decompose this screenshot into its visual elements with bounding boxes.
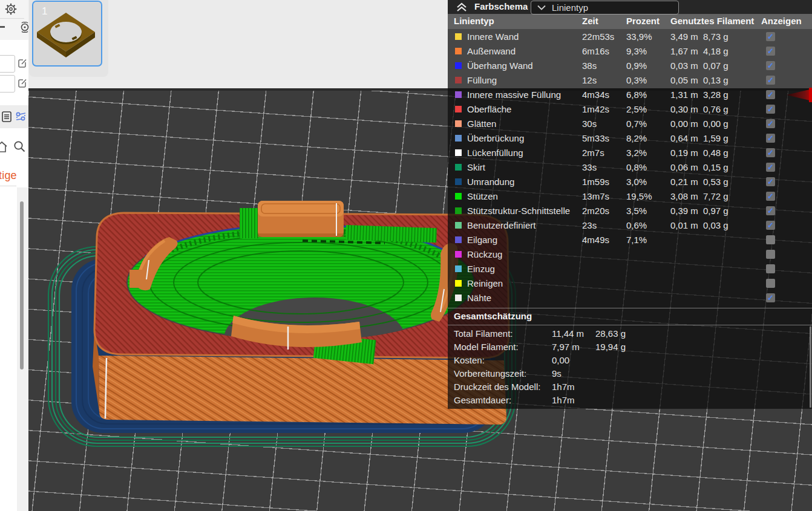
linetype-row[interactable]: Glätten 30s 0,7% 0,00 m 0,00 g ✓ (448, 116, 812, 131)
linetype-color-swatch (455, 149, 462, 156)
linetype-label: Benutzerdefiniert (467, 220, 582, 230)
linetype-row[interactable]: Oberfläche 1m42s 2,5% 0,30 m 0,76 g ✓ (448, 102, 812, 116)
linetype-row[interactable]: Einzug ✓ (448, 261, 812, 276)
divider (0, 186, 16, 186)
linetype-color-swatch (455, 178, 462, 185)
visibility-checkbox[interactable]: ✓ (766, 105, 775, 114)
linetype-row[interactable]: Überhang Wand 38s 0,9% 0,03 m 0,07 g ✓ (448, 58, 812, 73)
linetype-row[interactable]: Eilgang 4m49s 7,1% ✓ (448, 232, 812, 247)
linetype-weight: 0,97 g (703, 206, 765, 216)
col-filament: Genutztes Filament (670, 16, 754, 26)
linetype-label: Rückzug (467, 249, 582, 259)
layer-slider-handle[interactable] (787, 87, 812, 103)
linetype-length: 0,06 m (670, 162, 703, 172)
chevron-down-icon (537, 5, 546, 10)
filament-spool-icon[interactable] (19, 21, 30, 33)
visibility-checkbox[interactable]: ✓ (766, 47, 775, 56)
summary-label: Kosten: (454, 355, 552, 365)
visibility-checkbox[interactable]: ✓ (766, 177, 775, 186)
visibility-checkbox[interactable]: ✓ (766, 163, 775, 172)
divider (0, 18, 24, 19)
linetype-length: 3,08 m (670, 191, 703, 201)
panel-scrollbar[interactable] (810, 327, 811, 408)
linetype-percent: 33,9% (626, 31, 670, 42)
table-header: Linientyp Zeit Prozent Genutztes Filamen… (448, 14, 812, 29)
linetype-row[interactable]: Innere massive Füllung 4m34s 6,8% 1,31 m… (448, 87, 812, 102)
visibility-checkbox[interactable]: ✓ (766, 192, 775, 201)
visibility-checkbox[interactable]: ✓ (766, 250, 775, 259)
visibility-checkbox[interactable]: ✓ (766, 206, 775, 215)
linetype-row[interactable]: Füllung 12s 0,3% 0,05 m 0,13 g ✓ (448, 73, 812, 87)
linetype-weight: 0,13 g (703, 75, 765, 85)
minus-icon[interactable] (0, 26, 5, 28)
visibility-checkbox[interactable]: ✓ (766, 235, 775, 244)
process-params-icon[interactable] (15, 111, 27, 123)
linetype-weight: 0,07 g (703, 60, 765, 71)
edit-icon[interactable] (18, 58, 28, 68)
gear-icon[interactable] (4, 2, 18, 16)
linetype-row[interactable]: Lückenfüllung 2m7s 3,2% 0,19 m 0,48 g ✓ (448, 145, 812, 160)
visibility-checkbox[interactable]: ✓ (766, 90, 775, 99)
linetype-length: 3,49 m (670, 31, 703, 42)
linetype-row[interactable]: Innere Wand 22m53s 33,9% 3,49 m 8,73 g ✓ (448, 29, 812, 44)
linetype-label: Lückenfüllung (467, 148, 582, 158)
linetype-label: Stützstruktur-Schnittstelle (467, 206, 582, 216)
preset-field[interactable] (0, 75, 15, 93)
linetype-row[interactable]: Benutzerdefiniert 23s 0,6% 0,01 m 0,03 g… (448, 218, 812, 232)
linetype-label: Skirt (467, 162, 582, 172)
edit-icon[interactable] (18, 78, 28, 88)
visibility-checkbox[interactable]: ✓ (766, 148, 775, 157)
visibility-checkbox[interactable]: ✓ (766, 32, 775, 41)
linetype-row[interactable]: Umrandung 1m59s 3,0% 0,21 m 0,53 g ✓ (448, 174, 812, 189)
visibility-checkbox[interactable]: ✓ (766, 293, 775, 302)
document-list-icon[interactable] (1, 111, 12, 123)
linetype-row[interactable]: Rückzug ✓ (448, 247, 812, 261)
view-type-dropdown[interactable]: Linientyp (531, 1, 679, 15)
linetype-row[interactable]: Skirt 33s 0,8% 0,06 m 0,15 g ✓ (448, 160, 812, 174)
sidebar-scrollbar[interactable] (20, 201, 24, 369)
visibility-checkbox[interactable]: ✓ (766, 119, 775, 128)
search-icon[interactable] (13, 140, 26, 153)
preset-field[interactable] (0, 55, 15, 73)
linetype-label: Umrandung (467, 177, 582, 187)
linetype-color-swatch (455, 164, 462, 171)
linetype-color-swatch (455, 106, 462, 112)
linetype-time: 1m42s (582, 104, 626, 114)
linetype-table: Innere Wand 22m53s 33,9% 3,49 m 8,73 g ✓… (448, 29, 812, 305)
linetype-row[interactable]: Reinigen ✓ (448, 276, 812, 290)
linetype-length: 0,21 m (670, 177, 703, 187)
linetype-label: Eilgang (467, 235, 582, 245)
summary-label: Druckzeit des Modell: (454, 382, 552, 392)
visibility-checkbox[interactable]: ✓ (766, 264, 775, 273)
linetype-row[interactable]: Außenwand 6m16s 9,3% 1,67 m 4,18 g ✓ (448, 44, 812, 58)
linetype-color-swatch (455, 280, 462, 287)
linetype-length: 0,64 m (670, 133, 703, 143)
linetype-row[interactable]: Stützstruktur-Schnittstelle 2m20s 3,5% 0… (448, 203, 812, 218)
col-anzeigen: Anzeigen (761, 16, 802, 26)
col-prozent: Prozent (626, 16, 660, 26)
visibility-checkbox[interactable]: ✓ (766, 279, 775, 288)
linetype-row[interactable]: Überbrückung 5m33s 8,2% 0,64 m 1,59 g ✓ (448, 131, 812, 145)
truncated-link[interactable]: tige (0, 169, 17, 182)
summary-value: 1h7m (552, 395, 595, 405)
linetype-row[interactable]: Nähte ✓ (448, 290, 812, 305)
linetype-label: Oberfläche (467, 104, 582, 114)
summary-label: Model Filament: (454, 342, 552, 352)
linetype-time: 4m49s (582, 235, 626, 245)
visibility-checkbox[interactable]: ✓ (766, 76, 775, 85)
visibility-checkbox[interactable]: ✓ (766, 221, 775, 230)
linetype-label: Stützen (467, 191, 582, 201)
home-icon[interactable] (0, 140, 8, 154)
linetype-length: 1,31 m (670, 90, 703, 100)
divider (448, 325, 812, 325)
plate-thumbnail-selected[interactable]: 1 (32, 1, 102, 67)
collapse-panel-icon[interactable] (456, 2, 467, 12)
linetype-time: 13m7s (582, 191, 626, 201)
linetype-weight: 8,73 g (703, 31, 765, 42)
visibility-checkbox[interactable]: ✓ (766, 61, 775, 70)
summary-label: Vorbereitungszeit: (454, 368, 552, 379)
linetype-row[interactable]: Stützen 13m7s 19,5% 3,08 m 7,72 g ✓ (448, 189, 812, 203)
linetype-percent: 3,5% (626, 206, 670, 216)
visibility-checkbox[interactable]: ✓ (766, 134, 775, 143)
plate-list: 1 (29, 0, 108, 77)
